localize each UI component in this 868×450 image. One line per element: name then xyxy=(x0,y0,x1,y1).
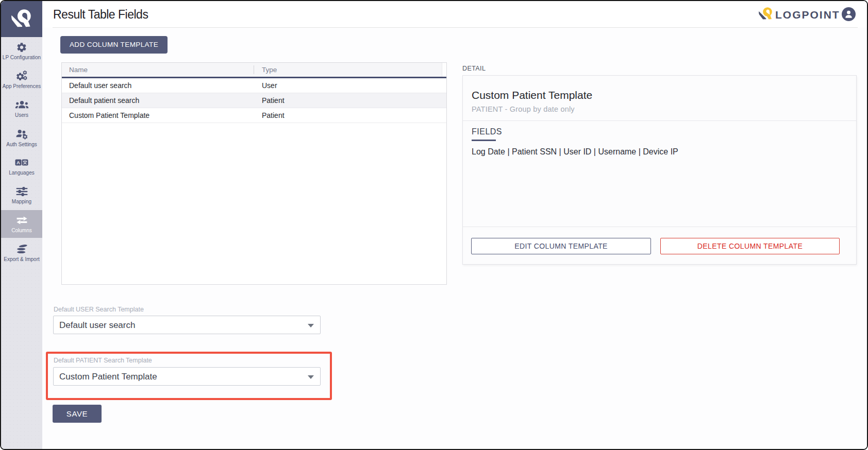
svg-text:A: A xyxy=(16,160,20,165)
